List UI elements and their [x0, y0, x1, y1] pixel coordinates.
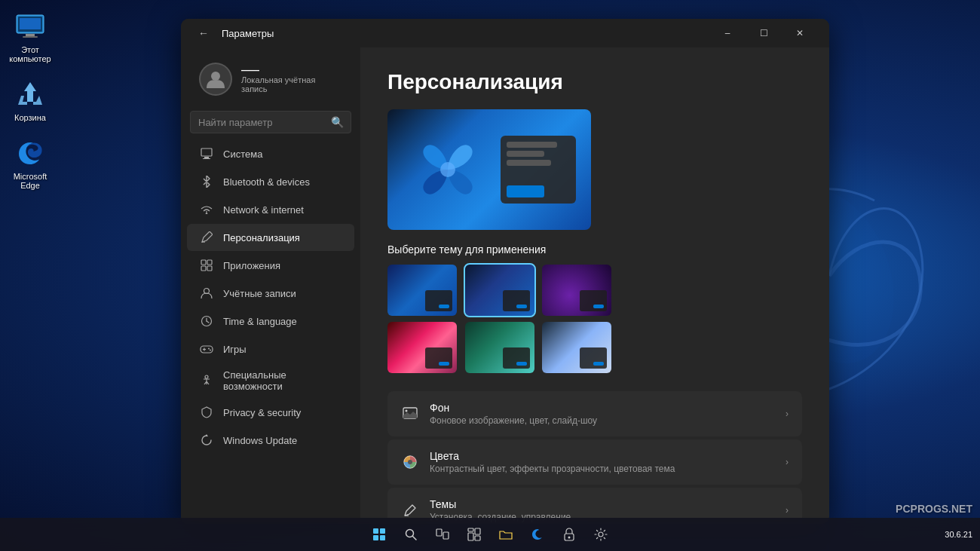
theme-dot-3	[593, 305, 604, 308]
search-container: 🔍	[181, 108, 360, 139]
privacy-icon	[199, 405, 214, 420]
bluetooth-label: Bluetooth & devices	[223, 176, 310, 188]
svg-rect-12	[201, 260, 206, 265]
sidebar-item-network[interactable]: Network & internet	[187, 196, 354, 223]
start-button[interactable]	[364, 519, 394, 549]
update-label: Windows Update	[223, 435, 297, 446]
update-icon	[199, 433, 214, 448]
colors-title: Цвета	[430, 450, 775, 462]
background-subtitle: Фоновое изображение, цвет, слайд-шоу	[430, 415, 775, 426]
sidebar-item-bluetooth[interactable]: Bluetooth & devices	[187, 168, 354, 195]
user-role: Локальная учётная запись	[241, 75, 342, 93]
theme-mock-6	[580, 347, 607, 369]
svg-rect-13	[207, 260, 212, 265]
recycle-label: Корзина	[14, 113, 46, 122]
search-input[interactable]	[198, 117, 325, 128]
watermark: PCPROGS.NET	[896, 503, 972, 515]
svg-point-46	[599, 532, 603, 537]
theme-option-3[interactable]	[542, 265, 611, 316]
right-panel: Персонализация	[360, 47, 829, 524]
taskbar-settings[interactable]	[586, 519, 616, 549]
window-controls: – ☐ ✕	[710, 21, 817, 45]
taskbar-taskview[interactable]	[427, 519, 458, 549]
maximize-button[interactable]: ☐	[746, 21, 781, 45]
theme-select-label: Выберите тему для применения	[387, 243, 802, 256]
svg-rect-32	[373, 528, 378, 534]
sidebar-item-apps[interactable]: Приложения	[187, 252, 354, 279]
taskbar-explorer[interactable]	[491, 519, 521, 549]
taskbar-time: 30.6.21	[945, 530, 972, 539]
svg-rect-42	[468, 533, 473, 540]
sidebar-item-personalization[interactable]: Персонализация	[187, 224, 354, 251]
svg-rect-35	[380, 535, 385, 540]
svg-rect-2	[20, 18, 41, 29]
accounts-icon	[199, 286, 214, 301]
svg-rect-33	[380, 528, 385, 534]
theme-option-1[interactable]	[387, 265, 457, 316]
taskbar-edge[interactable]	[522, 519, 553, 549]
user-profile[interactable]: —— Локальная учётная запись	[187, 51, 354, 105]
theme-option-5[interactable]	[465, 322, 534, 373]
close-button[interactable]: ✕	[782, 21, 817, 45]
system-label: Система	[223, 148, 262, 160]
sidebar-item-update[interactable]: Windows Update	[187, 427, 354, 454]
accessibility-icon	[199, 373, 214, 388]
theme-option-2[interactable]	[465, 265, 534, 316]
settings-row-background[interactable]: Фон Фоновое изображение, цвет, слайд-шоу…	[387, 391, 802, 436]
theme-mock-2	[503, 290, 530, 311]
colors-icon	[401, 453, 419, 471]
back-button[interactable]: ←	[193, 23, 214, 44]
desktop-icons: Этот компьютер Корзина Microsoft Edge	[0, 0, 60, 194]
sidebar-item-privacy[interactable]: Privacy & security	[187, 399, 354, 426]
svg-rect-34	[373, 535, 378, 540]
sidebar-item-time[interactable]: Time & language	[187, 308, 354, 335]
minimize-button[interactable]: –	[710, 21, 745, 45]
personalization-icon	[199, 230, 214, 245]
user-info: —— Локальная учётная запись	[241, 65, 342, 93]
search-icon: 🔍	[331, 116, 344, 128]
taskbar-search[interactable]	[396, 519, 426, 549]
time-icon	[199, 314, 214, 329]
svg-rect-43	[475, 536, 480, 540]
colors-text: Цвета Контрастный цвет, эффекты прозрачн…	[430, 450, 775, 474]
theme-option-4[interactable]	[387, 322, 457, 373]
svg-point-25	[205, 375, 208, 378]
settings-row-colors[interactable]: Цвета Контрастный цвет, эффекты прозрачн…	[387, 439, 802, 485]
colors-subtitle: Контрастный цвет, эффекты прозрачности, …	[430, 464, 775, 474]
games-label: Игры	[223, 344, 247, 355]
background-title: Фон	[430, 402, 775, 414]
svg-line-19	[207, 321, 209, 323]
theme-mock-3	[580, 290, 607, 311]
desktop-icon-computer[interactable]: Этот компьютер	[3, 8, 57, 68]
theme-preview	[387, 109, 591, 230]
desktop-icon-recycle[interactable]: Корзина	[3, 75, 57, 127]
theme-dot-1	[439, 305, 449, 308]
computer-icon	[15, 12, 45, 42]
taskbar-lock[interactable]	[554, 519, 584, 549]
taskbar: 30.6.21	[0, 518, 980, 551]
background-icon	[401, 405, 419, 423]
themes-icon	[401, 501, 419, 519]
preview-flower	[403, 124, 493, 215]
sidebar-item-accounts[interactable]: Учётные записи	[187, 280, 354, 307]
theme-dot-6	[593, 362, 604, 366]
sidebar-item-games[interactable]: Игры	[187, 335, 354, 363]
sidebar-item-accessibility[interactable]: Специальные возможности	[187, 363, 354, 398]
edge-icon	[15, 139, 45, 169]
nav-menu: Система Bluetooth & devices Network & in…	[181, 139, 360, 455]
user-name: ——	[241, 65, 342, 75]
search-box[interactable]: 🔍	[190, 111, 351, 133]
colors-chevron: ›	[786, 457, 789, 467]
taskbar-widgets[interactable]	[459, 519, 489, 549]
preview-ui-mockup	[501, 136, 576, 204]
theme-mock-5	[503, 347, 530, 369]
taskbar-right: 30.6.21	[945, 530, 972, 539]
theme-dot-2	[516, 305, 527, 308]
desktop-icon-edge[interactable]: Microsoft Edge	[3, 134, 57, 194]
theme-option-6[interactable]	[542, 322, 611, 373]
apps-label: Приложения	[223, 260, 280, 271]
sidebar-item-system[interactable]: Система	[187, 140, 354, 167]
theme-dot-4	[439, 362, 449, 366]
recycle-icon	[15, 80, 45, 110]
svg-rect-4	[23, 36, 38, 38]
